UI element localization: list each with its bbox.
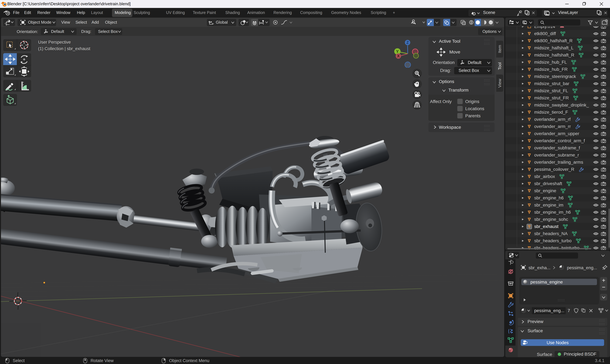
svg-text:X: X — [397, 54, 400, 58]
svg-text:Y: Y — [396, 49, 399, 54]
svg-text:Z: Z — [407, 40, 409, 45]
